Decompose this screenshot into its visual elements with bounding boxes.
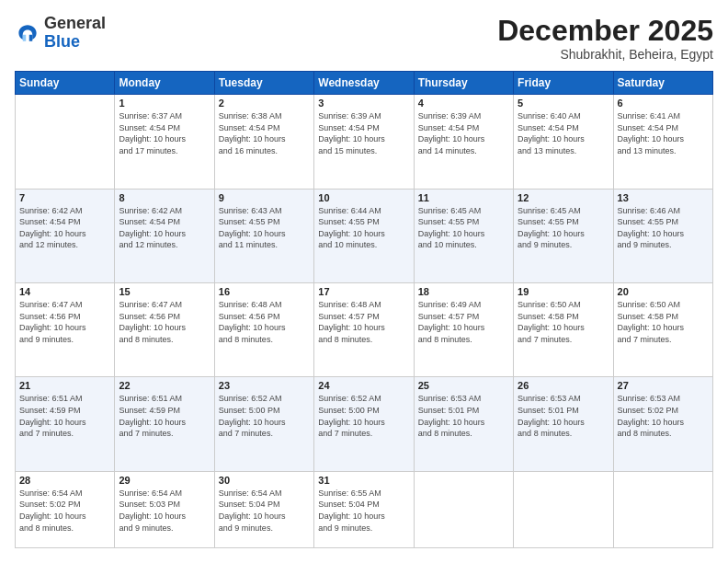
weekday-header: Thursday — [414, 72, 513, 95]
day-number: 23 — [219, 380, 310, 391]
day-info: Sunrise: 6:43 AM Sunset: 4:55 PM Dayligh… — [219, 205, 310, 251]
calendar-cell — [613, 471, 712, 547]
day-info: Sunrise: 6:45 AM Sunset: 4:55 PM Dayligh… — [418, 205, 509, 251]
day-number: 24 — [318, 380, 409, 391]
day-info: Sunrise: 6:53 AM Sunset: 5:01 PM Dayligh… — [418, 393, 509, 439]
day-number: 8 — [119, 192, 210, 203]
day-info: Sunrise: 6:37 AM Sunset: 4:54 PM Dayligh… — [119, 110, 210, 156]
calendar-cell: 11Sunrise: 6:45 AM Sunset: 4:55 PM Dayli… — [414, 189, 513, 282]
location: Shubrakhit, Beheira, Egypt — [497, 47, 713, 62]
calendar-cell: 1Sunrise: 6:37 AM Sunset: 4:54 PM Daylig… — [115, 95, 214, 189]
weekday-header: Sunday — [16, 72, 115, 95]
logo-general: General — [44, 14, 106, 32]
day-info: Sunrise: 6:53 AM Sunset: 5:01 PM Dayligh… — [518, 393, 609, 439]
logo: General Blue — [15, 15, 106, 52]
calendar-cell: 27Sunrise: 6:53 AM Sunset: 5:02 PM Dayli… — [613, 377, 712, 471]
day-info: Sunrise: 6:41 AM Sunset: 4:54 PM Dayligh… — [618, 110, 709, 156]
day-info: Sunrise: 6:39 AM Sunset: 4:54 PM Dayligh… — [418, 110, 509, 156]
day-number: 5 — [518, 98, 609, 109]
day-number: 11 — [418, 192, 509, 203]
day-number: 26 — [518, 380, 609, 391]
day-number: 3 — [318, 98, 409, 109]
day-number: 14 — [19, 286, 110, 297]
day-number: 18 — [418, 286, 509, 297]
day-info: Sunrise: 6:54 AM Sunset: 5:02 PM Dayligh… — [19, 488, 110, 534]
calendar-cell: 10Sunrise: 6:44 AM Sunset: 4:55 PM Dayli… — [314, 189, 414, 282]
weekday-header: Wednesday — [314, 72, 414, 95]
day-number: 19 — [518, 286, 609, 297]
day-info: Sunrise: 6:49 AM Sunset: 4:57 PM Dayligh… — [418, 299, 509, 345]
day-number: 22 — [119, 380, 210, 391]
calendar-cell: 31Sunrise: 6:55 AM Sunset: 5:04 PM Dayli… — [314, 471, 414, 547]
day-info: Sunrise: 6:40 AM Sunset: 4:54 PM Dayligh… — [518, 110, 609, 156]
calendar-cell: 7Sunrise: 6:42 AM Sunset: 4:54 PM Daylig… — [16, 189, 115, 282]
calendar-cell: 22Sunrise: 6:51 AM Sunset: 4:59 PM Dayli… — [115, 377, 214, 471]
day-info: Sunrise: 6:54 AM Sunset: 5:03 PM Dayligh… — [119, 488, 210, 534]
day-info: Sunrise: 6:50 AM Sunset: 4:58 PM Dayligh… — [618, 299, 709, 345]
day-number: 25 — [418, 380, 509, 391]
day-info: Sunrise: 6:39 AM Sunset: 4:54 PM Dayligh… — [318, 110, 409, 156]
title-block: December 2025 Shubrakhit, Beheira, Egypt — [497, 15, 713, 62]
calendar-table: SundayMondayTuesdayWednesdayThursdayFrid… — [15, 71, 713, 548]
calendar-cell: 24Sunrise: 6:52 AM Sunset: 5:00 PM Dayli… — [314, 377, 414, 471]
day-info: Sunrise: 6:47 AM Sunset: 4:56 PM Dayligh… — [19, 299, 110, 345]
month-title: December 2025 — [497, 15, 713, 47]
calendar-cell: 25Sunrise: 6:53 AM Sunset: 5:01 PM Dayli… — [414, 377, 513, 471]
calendar-cell — [16, 95, 115, 189]
calendar-cell: 16Sunrise: 6:48 AM Sunset: 4:56 PM Dayli… — [214, 283, 313, 377]
calendar-cell — [414, 471, 513, 547]
day-info: Sunrise: 6:44 AM Sunset: 4:55 PM Dayligh… — [318, 205, 409, 251]
day-info: Sunrise: 6:50 AM Sunset: 4:58 PM Dayligh… — [518, 299, 609, 345]
day-info: Sunrise: 6:48 AM Sunset: 4:56 PM Dayligh… — [219, 299, 310, 345]
calendar-cell: 13Sunrise: 6:46 AM Sunset: 4:55 PM Dayli… — [613, 189, 712, 282]
day-number: 16 — [219, 286, 310, 297]
day-info: Sunrise: 6:51 AM Sunset: 4:59 PM Dayligh… — [19, 393, 110, 439]
calendar-cell: 8Sunrise: 6:42 AM Sunset: 4:54 PM Daylig… — [115, 189, 214, 282]
calendar-cell — [514, 471, 613, 547]
logo-blue: Blue — [44, 32, 80, 51]
logo-text: General Blue — [44, 15, 106, 52]
day-info: Sunrise: 6:46 AM Sunset: 4:55 PM Dayligh… — [618, 205, 709, 251]
calendar-cell: 12Sunrise: 6:45 AM Sunset: 4:55 PM Dayli… — [514, 189, 613, 282]
day-number: 27 — [618, 380, 709, 391]
day-number: 2 — [219, 98, 310, 109]
calendar-cell: 19Sunrise: 6:50 AM Sunset: 4:58 PM Dayli… — [514, 283, 613, 377]
day-number: 30 — [219, 475, 310, 486]
calendar-cell: 21Sunrise: 6:51 AM Sunset: 4:59 PM Dayli… — [16, 377, 115, 471]
calendar-cell: 5Sunrise: 6:40 AM Sunset: 4:54 PM Daylig… — [514, 95, 613, 189]
calendar-cell: 26Sunrise: 6:53 AM Sunset: 5:01 PM Dayli… — [514, 377, 613, 471]
day-info: Sunrise: 6:52 AM Sunset: 5:00 PM Dayligh… — [318, 393, 409, 439]
day-number: 31 — [318, 475, 409, 486]
header: General Blue December 2025 Shubrakhit, B… — [15, 15, 713, 62]
day-number: 29 — [119, 475, 210, 486]
calendar-cell: 14Sunrise: 6:47 AM Sunset: 4:56 PM Dayli… — [16, 283, 115, 377]
day-number: 12 — [518, 192, 609, 203]
weekday-header: Monday — [115, 72, 214, 95]
day-number: 6 — [618, 98, 709, 109]
day-number: 17 — [318, 286, 409, 297]
calendar-cell: 18Sunrise: 6:49 AM Sunset: 4:57 PM Dayli… — [414, 283, 513, 377]
day-info: Sunrise: 6:51 AM Sunset: 4:59 PM Dayligh… — [119, 393, 210, 439]
day-info: Sunrise: 6:55 AM Sunset: 5:04 PM Dayligh… — [318, 488, 409, 534]
day-number: 20 — [618, 286, 709, 297]
day-number: 1 — [119, 98, 210, 109]
day-number: 9 — [219, 192, 310, 203]
calendar-cell: 2Sunrise: 6:38 AM Sunset: 4:54 PM Daylig… — [214, 95, 313, 189]
calendar-cell: 28Sunrise: 6:54 AM Sunset: 5:02 PM Dayli… — [16, 471, 115, 547]
page: General Blue December 2025 Shubrakhit, B… — [0, 0, 728, 563]
calendar-cell: 3Sunrise: 6:39 AM Sunset: 4:54 PM Daylig… — [314, 95, 414, 189]
day-info: Sunrise: 6:52 AM Sunset: 5:00 PM Dayligh… — [219, 393, 310, 439]
day-info: Sunrise: 6:48 AM Sunset: 4:57 PM Dayligh… — [318, 299, 409, 345]
calendar-cell: 23Sunrise: 6:52 AM Sunset: 5:00 PM Dayli… — [214, 377, 313, 471]
weekday-header: Saturday — [613, 72, 712, 95]
calendar-cell: 15Sunrise: 6:47 AM Sunset: 4:56 PM Dayli… — [115, 283, 214, 377]
calendar-cell: 4Sunrise: 6:39 AM Sunset: 4:54 PM Daylig… — [414, 95, 513, 189]
day-info: Sunrise: 6:53 AM Sunset: 5:02 PM Dayligh… — [618, 393, 709, 439]
day-number: 28 — [19, 475, 110, 486]
day-info: Sunrise: 6:54 AM Sunset: 5:04 PM Dayligh… — [219, 488, 310, 534]
calendar-cell: 29Sunrise: 6:54 AM Sunset: 5:03 PM Dayli… — [115, 471, 214, 547]
calendar-cell: 6Sunrise: 6:41 AM Sunset: 4:54 PM Daylig… — [613, 95, 712, 189]
day-number: 4 — [418, 98, 509, 109]
day-info: Sunrise: 6:42 AM Sunset: 4:54 PM Dayligh… — [119, 205, 210, 251]
weekday-header: Tuesday — [214, 72, 313, 95]
